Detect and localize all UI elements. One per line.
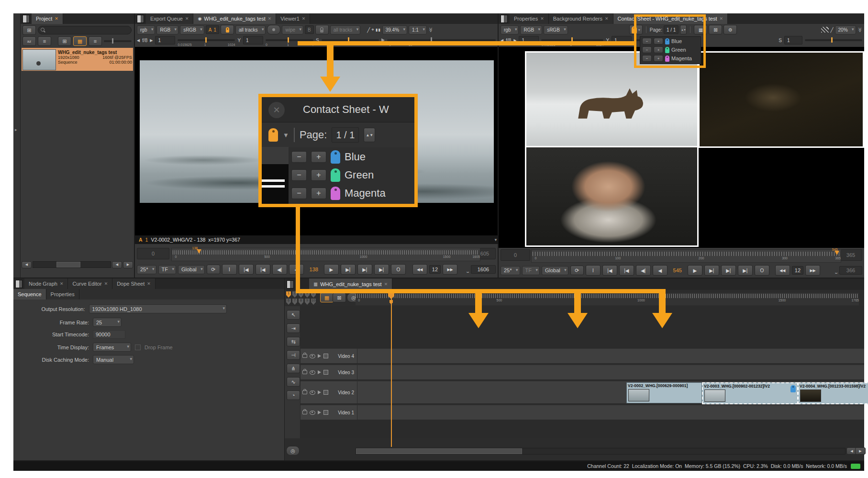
wipe-dropdown[interactable]: wipe [282,25,303,34]
mask-icon[interactable] [323,370,328,375]
step-forward-button[interactable]: ▶| [341,264,356,275]
saturation-input[interactable]: 1 [784,36,802,44]
in-out-range-icon[interactable]: ⎵ [835,267,837,274]
track-header[interactable]: Video 2 [300,381,357,403]
fstop-next-icon[interactable]: ▶ [150,38,153,43]
play-button[interactable]: ▶ [688,265,702,276]
view-grid-button[interactable]: ⊞ [58,36,71,46]
track-video3[interactable]: Video 3 [300,365,864,380]
close-icon[interactable]: ✕ [605,16,609,21]
view-list-button[interactable]: ≡ [89,36,102,46]
sort-alpha-button[interactable]: az [22,36,36,46]
close-icon[interactable]: ✕ [104,281,108,286]
jump-back-button[interactable]: ◀◀ [775,265,790,276]
current-frame-field[interactable]: 545 [669,267,686,273]
tab-background-renders[interactable]: Background Renders✕ [549,13,613,24]
project-item-thumbnail[interactable] [22,49,56,70]
panel-menu-icon[interactable] [137,15,144,23]
contact-sheet-clear-icon[interactable]: ⊠ [709,25,722,34]
subtab-sequence[interactable]: Sequence [13,289,46,300]
audio-icon[interactable] [318,411,321,414]
step-back-button[interactable]: ◀| [636,265,651,276]
lock-icon[interactable] [302,411,307,414]
project-hscrollbar[interactable] [33,261,111,268]
timeline-clip-tagged[interactable]: V2-0004_WHG.[001233-001598]/V2 [798,382,868,404]
prev-edit-button[interactable]: |◀ [256,264,270,275]
close-icon[interactable]: ✕ [147,281,151,286]
play-button[interactable]: ▶ [324,264,339,275]
layer-dropdown[interactable]: RGB [520,25,542,34]
viewer-timeline-ruler[interactable]: 0 500 1000 1500 1605 138 [171,248,480,261]
monitor-icon[interactable] [310,370,315,375]
tracks-b-dropdown[interactable]: all tracks [330,25,360,34]
lut-dropdown[interactable]: sRGB [180,25,204,34]
splitter-arrow-icon[interactable]: ▸ [15,127,17,132]
jump-frames-field[interactable]: 12 [429,265,441,274]
marker-6[interactable]: 6 [286,299,291,305]
roll-tool[interactable]: ⋔ [287,364,300,373]
input-b-badge[interactable]: B [305,25,314,34]
project-item[interactable]: WHG_edit_nuke_tags test 1920x1080 1606f … [22,48,133,71]
fps-dropdown[interactable]: 25* [501,266,520,275]
range-end-field[interactable]: 365 [839,249,862,261]
tab-node-graph[interactable]: Node Graph✕ [24,278,68,289]
saturation-slider[interactable] [805,39,862,41]
track-video4[interactable]: Video 4 [300,348,864,364]
prev-edit-button[interactable]: |◀ [619,265,634,276]
track-video2[interactable]: Video 2 V2-0002_WHG.[000629-000901] V2-0… [300,381,864,404]
monitor-icon[interactable] [310,390,315,395]
scroll-left-icon[interactable]: ◀ [22,261,32,268]
fstop-prev-icon[interactable]: ◀ [137,38,140,43]
lut-dropdown[interactable]: sRGB [544,25,568,34]
close-icon[interactable]: ✕ [384,282,388,287]
close-icon[interactable]: ✕ [719,16,723,21]
tab-dope-sheet[interactable]: Dope Sheet✕ [112,278,156,289]
slide-tool[interactable]: ⊣ [287,350,300,360]
next-edit-button[interactable]: ▶| [357,264,372,275]
inset-page-spinner[interactable]: ▲▼ [364,128,375,142]
close-icon[interactable]: ✕ [185,16,189,21]
step-forward-button[interactable]: ▶| [704,265,719,276]
scroll-right-icon[interactable]: ▶ [123,261,133,268]
tab-project[interactable]: Project✕ [32,13,63,24]
sample-line-icon[interactable]: ╱ [830,27,833,33]
panel-menu-icon[interactable] [15,280,22,288]
set-out-button[interactable]: O [755,265,769,276]
subtab-properties[interactable]: Properties [46,289,79,300]
project-left-strip[interactable]: ▸ [13,13,21,278]
set-in-button[interactable]: I [586,265,601,276]
panel-menu-icon[interactable] [287,280,294,289]
tab-timeline-sequence[interactable]: ≣WHG_edit_nuke_tags test✕ [309,278,392,290]
go-to-start-button[interactable]: |◀ [602,265,617,276]
razor-tool[interactable]: ◔ [287,390,300,400]
marker-7[interactable]: 7 [292,299,297,305]
monitor-icon[interactable] [310,411,315,415]
track-header[interactable]: Video 3 [300,365,357,379]
playhead-marker[interactable] [197,249,201,254]
collapse-icon[interactable]: ≫ [857,27,862,32]
collapse-icon[interactable]: ≫ [428,27,434,32]
jump-forward-button[interactable]: ▶▶ [443,264,457,275]
mask-icon[interactable] [323,354,328,358]
retime-tool[interactable]: ∿ [287,377,300,387]
move-trim-tool[interactable]: ⇥ [287,323,300,333]
total-frames-field[interactable]: 1606 [471,265,496,274]
range-start-field[interactable]: 0 [137,248,169,259]
layer-dropdown[interactable]: RGB [156,25,178,34]
lock-icon[interactable] [302,354,307,358]
loop-mode-icon[interactable]: ⟳ [207,265,220,274]
set-out-button[interactable]: O [391,264,406,275]
multi-tool[interactable]: ↖ [287,310,300,320]
chevron-down-icon[interactable]: ▼ [494,238,498,242]
marker-8[interactable]: 8 [299,299,303,305]
slip-tool[interactable]: ⇆ [287,337,300,346]
in-out-range-icon[interactable]: ⎵ [467,267,469,273]
close-icon[interactable]: ✕ [60,281,64,286]
viewer-timeline-ruler[interactable]: 0 100 200 300 365 545 [531,249,841,263]
track-header[interactable]: Video 4 [300,349,357,363]
view-detail-button[interactable]: ▦ [73,36,87,46]
sample-line-icon[interactable]: ╱ [367,27,370,33]
close-icon[interactable]: ✕ [55,16,58,21]
snap-toggle-icon[interactable]: ◎ [286,446,300,456]
gamma-input[interactable]: 1 [243,36,263,44]
